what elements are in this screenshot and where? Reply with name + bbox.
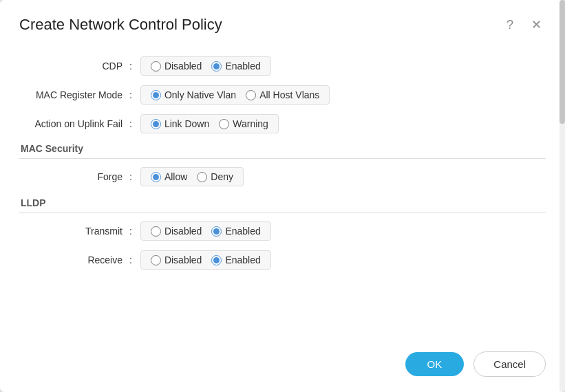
cdp-row: CDP : Disabled Enabled [19,56,546,76]
ok-button[interactable]: OK [405,352,465,376]
mac-register-mode-colon: : [129,89,132,100]
cdp-enabled-radio[interactable] [211,61,222,72]
cdp-colon: : [129,61,132,72]
dialog-title: Create Network Control Policy [19,16,222,34]
forge-row: Forge : Allow Deny [19,167,546,186]
transmit-disabled-label: Disabled [164,226,202,237]
scrollbar-thumb[interactable] [559,0,565,124]
lldp-divider [19,213,546,213]
transmit-row: Transmit : Disabled Enabled [19,221,546,241]
mac-register-mode-native-radio[interactable] [151,90,161,100]
forge-deny-radio[interactable] [197,172,207,182]
receive-radio-group: Disabled Enabled [140,250,271,270]
forge-radio-group: Allow Deny [140,167,244,186]
lldp-header: LLDP [19,197,546,208]
cdp-radio-group: Disabled Enabled [140,56,271,76]
transmit-radio-group: Disabled Enabled [140,221,271,241]
forge-colon: : [129,171,132,182]
scrollbar-track [559,0,565,392]
close-button[interactable]: ✕ [526,15,546,34]
receive-disabled-label: Disabled [164,254,202,265]
action-uplink-fail-row: Action on Uplink Fail : Link Down Warnin… [19,114,546,133]
mac-register-mode-all-radio[interactable] [246,90,256,100]
transmit-colon: : [129,226,132,237]
mac-register-mode-radio-group: Only Native Vlan All Host Vlans [140,85,330,105]
help-button[interactable]: ? [500,15,520,34]
receive-disabled-option[interactable]: Disabled [151,254,202,265]
transmit-disabled-radio[interactable] [151,226,161,237]
dialog: Create Network Control Policy ? ✕ CDP : … [0,0,565,392]
cdp-label: CDP [19,61,129,72]
cdp-disabled-option[interactable]: Disabled [151,61,202,72]
dialog-body: CDP : Disabled Enabled MAC Register Mode… [0,44,565,340]
mac-register-mode-row: MAC Register Mode : Only Native Vlan All… [19,85,546,105]
mac-register-mode-label: MAC Register Mode [19,89,129,100]
forge-allow-option[interactable]: Allow [151,171,187,182]
receive-enabled-radio[interactable] [211,255,222,265]
mac-register-mode-all-label: All Host Vlans [259,89,319,100]
action-uplink-fail-radio-group: Link Down Warning [140,114,279,133]
mac-security-divider [19,158,546,159]
transmit-enabled-radio[interactable] [211,226,222,237]
receive-enabled-label: Enabled [225,254,260,265]
receive-row: Receive : Disabled Enabled [19,250,546,270]
help-icon: ? [507,18,513,32]
action-warning-label: Warning [233,118,268,129]
action-uplink-fail-label: Action on Uplink Fail [19,118,129,129]
mac-register-mode-all-option[interactable]: All Host Vlans [246,89,319,100]
action-warning-option[interactable]: Warning [219,118,268,129]
cdp-enabled-label: Enabled [225,61,260,72]
forge-deny-label: Deny [211,171,233,182]
cdp-disabled-label: Disabled [164,61,202,72]
mac-security-header: MAC Security [19,143,546,154]
mac-register-mode-native-option[interactable]: Only Native Vlan [151,89,236,100]
action-warning-radio[interactable] [219,119,229,129]
mac-register-mode-native-label: Only Native Vlan [164,89,236,100]
action-link-down-radio[interactable] [151,119,161,129]
transmit-enabled-label: Enabled [225,226,260,237]
transmit-enabled-option[interactable]: Enabled [211,226,260,237]
forge-allow-label: Allow [164,171,187,182]
receive-colon: : [129,254,132,265]
close-icon: ✕ [531,17,542,32]
cdp-enabled-option[interactable]: Enabled [211,61,260,72]
receive-enabled-option[interactable]: Enabled [211,254,260,265]
transmit-label: Transmit [19,226,129,237]
forge-deny-option[interactable]: Deny [197,171,233,182]
action-uplink-fail-colon: : [129,118,132,129]
transmit-disabled-option[interactable]: Disabled [151,226,202,237]
dialog-header-actions: ? ✕ [500,15,546,34]
receive-disabled-radio[interactable] [151,255,161,265]
cdp-disabled-radio[interactable] [151,61,161,72]
cancel-button[interactable]: Cancel [473,351,546,377]
dialog-footer: OK Cancel [0,340,565,392]
action-link-down-option[interactable]: Link Down [151,118,209,129]
receive-label: Receive [19,254,129,265]
dialog-header: Create Network Control Policy ? ✕ [0,0,565,44]
action-link-down-label: Link Down [164,118,209,129]
forge-label: Forge [19,171,129,182]
forge-allow-radio[interactable] [151,172,161,182]
